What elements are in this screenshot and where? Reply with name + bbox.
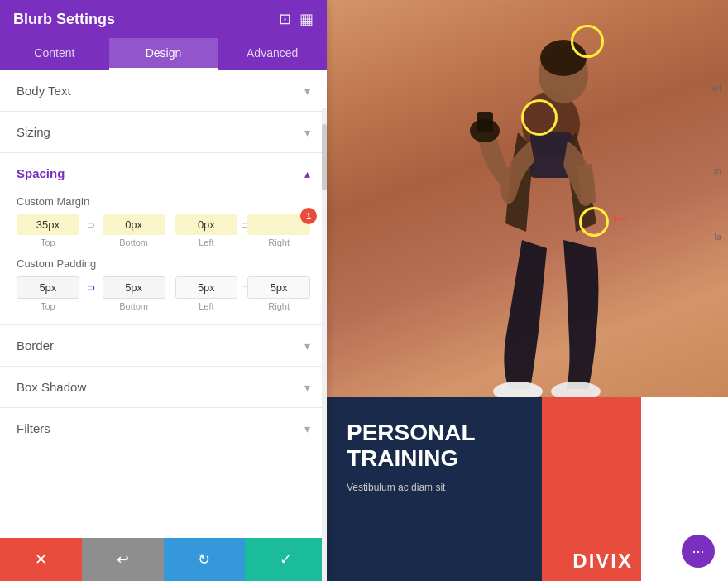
margin-link-icon-2: ⊃ bbox=[240, 219, 245, 231]
annotation-circle-2 bbox=[521, 99, 558, 136]
svg-point-7 bbox=[551, 382, 601, 397]
padding-top-input[interactable] bbox=[17, 276, 79, 299]
section-body-text[interactable]: Body Text ▾ bbox=[0, 70, 327, 112]
margin-right-label: Right bbox=[247, 238, 310, 247]
panel-title: Blurb Settings bbox=[13, 11, 115, 28]
border-label: Border bbox=[17, 339, 54, 353]
personal-sub-text: Vestibulum ac diam sit bbox=[347, 480, 522, 495]
expand-icon[interactable]: ⊡ bbox=[279, 10, 291, 28]
margin-left-input[interactable] bbox=[175, 214, 238, 235]
padding-bottom-input[interactable] bbox=[103, 276, 165, 299]
margin-badge: 1 bbox=[300, 208, 317, 224]
fitness-image: ← ad m la bbox=[327, 0, 728, 397]
filters-chevron: ▾ bbox=[304, 422, 310, 435]
right-label-la: la bbox=[714, 232, 721, 242]
person-svg bbox=[435, 8, 667, 397]
section-box-shadow[interactable]: Box Shadow ▾ bbox=[0, 367, 327, 408]
right-label-m: m bbox=[714, 166, 721, 175]
padding-title: Custom Padding bbox=[17, 257, 310, 270]
header-icons: ⊡ ▦ bbox=[279, 10, 314, 28]
spacing-label: Spacing bbox=[17, 166, 65, 180]
undo-button[interactable]: ↩ bbox=[82, 538, 164, 581]
margin-bottom-label: Bottom bbox=[103, 238, 165, 247]
panel-header: Blurb Settings ⊡ ▦ bbox=[0, 0, 327, 38]
scrollbar-track[interactable] bbox=[322, 108, 327, 581]
cancel-button[interactable]: ✕ bbox=[0, 538, 82, 581]
padding-left-input[interactable] bbox=[175, 276, 238, 299]
svg-rect-5 bbox=[477, 112, 493, 132]
box-shadow-label: Box Shadow bbox=[17, 380, 86, 394]
scrollbar-thumb bbox=[322, 124, 327, 190]
annotation-circle-1 bbox=[571, 25, 604, 58]
body-text-label: Body Text bbox=[17, 84, 71, 98]
body-text-chevron: ▾ bbox=[304, 84, 310, 98]
margin-title: Custom Margin bbox=[17, 195, 310, 208]
red-accent-block: DIVIX bbox=[542, 397, 641, 581]
margin-top-input[interactable] bbox=[17, 214, 79, 235]
section-spacing[interactable]: Spacing ▴ bbox=[0, 153, 327, 187]
spacing-chevron: ▴ bbox=[304, 167, 310, 180]
padding-bottom-label: Bottom bbox=[103, 301, 165, 311]
spacing-content: Custom Margin ⊃ ⊃ 1 Top Bottom Left bbox=[0, 187, 327, 325]
section-sizing[interactable]: Sizing ▾ bbox=[0, 112, 327, 153]
margin-link-icon[interactable]: ⊃ bbox=[82, 219, 100, 231]
margin-left-label: Left bbox=[175, 238, 238, 247]
filters-label: Filters bbox=[17, 421, 50, 435]
dark-card: PERSONALTRAINING Vestibulum ac diam sit bbox=[327, 397, 542, 581]
margin-top-label: Top bbox=[17, 238, 79, 247]
box-shadow-chevron: ▾ bbox=[304, 381, 310, 394]
tab-advanced[interactable]: Advanced bbox=[218, 38, 327, 70]
panel-body: Body Text ▾ Sizing ▾ Spacing ▴ Custom Ma… bbox=[0, 70, 327, 538]
right-label-ad: ad bbox=[711, 83, 721, 93]
redo-button[interactable]: ↻ bbox=[164, 538, 246, 581]
divix-text: DIVIX bbox=[572, 550, 633, 573]
annotation-circle-3 bbox=[579, 207, 609, 237]
padding-left-label: Left bbox=[175, 301, 238, 311]
settings-panel: Blurb Settings ⊡ ▦ Content Design Advanc… bbox=[0, 0, 327, 581]
section-border[interactable]: Border ▾ bbox=[0, 325, 327, 367]
border-chevron: ▾ bbox=[304, 339, 310, 353]
right-content-area: ← ad m la PERSONALTRAINING Vestibulum ac… bbox=[327, 0, 728, 581]
save-button[interactable]: ✓ bbox=[245, 538, 327, 581]
sizing-chevron: ▾ bbox=[304, 126, 310, 139]
tab-content[interactable]: Content bbox=[0, 38, 109, 70]
panel-footer: ✕ ↩ ↻ ✓ bbox=[0, 538, 327, 581]
tabs-row: Content Design Advanced bbox=[0, 38, 327, 70]
red-arrow: ← bbox=[608, 205, 631, 232]
bottom-section: PERSONALTRAINING Vestibulum ac diam sit … bbox=[327, 397, 728, 581]
personal-training-title: PERSONALTRAINING bbox=[347, 420, 522, 472]
svg-point-6 bbox=[493, 382, 543, 397]
padding-right-input[interactable] bbox=[247, 276, 310, 299]
margin-right-wrapper: 1 bbox=[247, 214, 310, 235]
margin-bottom-input[interactable] bbox=[103, 214, 165, 235]
divi-dots-button[interactable]: ··· bbox=[682, 535, 715, 568]
padding-top-label: Top bbox=[17, 301, 79, 311]
layout-icon[interactable]: ▦ bbox=[299, 10, 314, 28]
padding-link-icon-2: ⊃ bbox=[240, 282, 245, 294]
padding-right-label: Right bbox=[247, 301, 310, 311]
section-filters[interactable]: Filters ▾ bbox=[0, 408, 327, 449]
tab-design[interactable]: Design bbox=[109, 38, 218, 70]
padding-link-icon[interactable]: ⊃ bbox=[82, 282, 100, 294]
sizing-label: Sizing bbox=[17, 125, 50, 139]
